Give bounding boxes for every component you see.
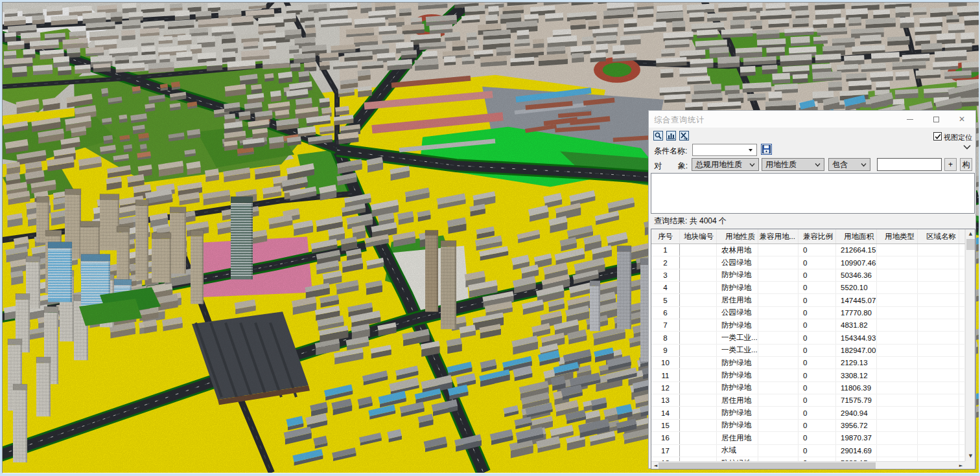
- horizontal-scroll-thumb[interactable]: [659, 462, 876, 469]
- table-cell-filler: [959, 432, 965, 444]
- table-cell: [877, 407, 918, 418]
- build-condition-button[interactable]: 构: [960, 158, 972, 171]
- add-condition-button[interactable]: +: [944, 158, 957, 171]
- table-row[interactable]: 11防护绿地03308.12: [651, 369, 965, 381]
- scroll-up-button[interactable]: ▲: [966, 229, 975, 239]
- table-cell: 0: [799, 294, 836, 306]
- table-row[interactable]: 16居住用地019870.37: [651, 432, 965, 444]
- table-cell: [680, 394, 717, 406]
- table-cell: 0: [799, 269, 836, 281]
- table-row[interactable]: 8一类工业...0154344.93: [651, 332, 965, 344]
- field-combo[interactable]: 用地性质: [762, 158, 824, 171]
- table-cell: [918, 307, 959, 319]
- table-row[interactable]: 9一类工业...0182947.00: [651, 345, 965, 357]
- table-row[interactable]: 12防护绿地011806.39: [651, 382, 965, 394]
- save-floppy-icon: [761, 144, 772, 155]
- table-cell-filler: [959, 345, 965, 356]
- vertical-scroll-thumb[interactable]: [966, 239, 975, 250]
- table-cell: [758, 369, 799, 381]
- table-row[interactable]: 14防护绿地02940.94: [651, 407, 965, 419]
- result-summary-label: 查询结果:: [654, 216, 687, 225]
- table-cell: [877, 294, 918, 306]
- column-header[interactable]: 区域名称: [918, 229, 959, 244]
- table-cell: [758, 420, 799, 431]
- table-row[interactable]: 3防护绿地050346.36: [651, 269, 965, 282]
- vertical-scrollbar[interactable]: ▲ ▼: [965, 229, 975, 461]
- table-cell-filler: [959, 269, 965, 281]
- arrow-left-icon: ◄: [654, 464, 657, 468]
- table-cell: [680, 307, 717, 319]
- dropdown-arrow-icon: [749, 149, 752, 152]
- column-header[interactable]: 兼容比例: [799, 229, 836, 244]
- excel-export-button[interactable]: [679, 131, 689, 141]
- condition-name-combo[interactable]: [692, 144, 757, 156]
- table-cell: [918, 282, 959, 293]
- table-row[interactable]: 4防护绿地05520.10: [651, 282, 965, 294]
- panel-titlebar[interactable]: 综合查询统计 ✕: [649, 111, 975, 128]
- table-cell: 109907.46: [836, 256, 877, 268]
- table-cell: [877, 394, 918, 406]
- table-cell: [918, 369, 959, 381]
- column-header[interactable]: 用地面积: [836, 229, 877, 244]
- table-cell: 5: [651, 294, 680, 306]
- table-cell: 居住用地: [717, 432, 758, 444]
- column-header[interactable]: 序号: [651, 229, 680, 244]
- table-cell: 10: [651, 357, 680, 368]
- table-row[interactable]: 5居住用地0147445.07: [651, 294, 965, 306]
- close-button[interactable]: ✕: [949, 111, 975, 128]
- table-row[interactable]: 2公园绿地0109907.46: [651, 256, 965, 269]
- table-cell: 0: [799, 357, 836, 368]
- condition-list-box[interactable]: [651, 173, 975, 214]
- table-cell: 公园绿地: [717, 307, 758, 319]
- table-cell: 154344.93: [836, 332, 877, 343]
- table-cell: [918, 407, 959, 418]
- table-cell: [877, 307, 918, 319]
- column-header[interactable]: 用地类型: [877, 229, 918, 244]
- table-cell: [918, 256, 959, 268]
- view-locate-label[interactable]: 视图定位: [944, 133, 972, 142]
- table-cell: [680, 332, 717, 343]
- operator-combo[interactable]: 包含: [828, 158, 870, 171]
- table-cell: [877, 256, 918, 268]
- column-header[interactable]: 兼容用地...: [758, 229, 799, 244]
- column-header[interactable]: 地块编号: [680, 229, 717, 244]
- scroll-right-button[interactable]: ►: [957, 462, 965, 470]
- table-row[interactable]: 17水域029014.69: [651, 445, 965, 457]
- query-search-button[interactable]: [653, 131, 663, 141]
- save-condition-button[interactable]: [761, 144, 772, 155]
- results-table: 序号地块编号用地性质兼容用地...兼容比例用地面积用地类型区域名称1农林用地02…: [651, 229, 975, 470]
- table-cell: 16: [651, 432, 680, 444]
- column-header[interactable]: 用地性质: [717, 229, 758, 244]
- minimize-button[interactable]: [897, 111, 923, 128]
- table-cell: 19870.37: [836, 432, 877, 444]
- view-locate-checkbox[interactable]: [933, 132, 942, 141]
- table-row[interactable]: 6公园绿地017770.80: [651, 307, 965, 319]
- table-row[interactable]: 13居住用地071575.79: [651, 394, 965, 407]
- result-count: 共 4004 个: [690, 216, 727, 225]
- table-row[interactable]: 1农林用地0212664.15: [651, 244, 965, 256]
- table-cell: 17770.80: [836, 307, 877, 319]
- table-cell: 防护绿地: [717, 269, 758, 281]
- horizontal-scrollbar[interactable]: ◄ ►: [651, 461, 965, 469]
- condition-value-input[interactable]: [877, 158, 942, 171]
- excel-export-icon: [681, 132, 688, 140]
- category-combo[interactable]: 总规用地性质: [692, 158, 759, 171]
- scroll-down-button[interactable]: ▼: [966, 451, 975, 461]
- table-cell: [918, 420, 959, 431]
- table-cell: [918, 445, 959, 457]
- collapse-panel-button[interactable]: [962, 143, 972, 151]
- table-cell: [758, 345, 799, 356]
- table-cell: 1: [651, 244, 680, 256]
- maximize-button[interactable]: [923, 111, 949, 128]
- table-cell: 3956.72: [836, 420, 877, 431]
- statistics-button[interactable]: [666, 131, 676, 141]
- table-cell: [877, 420, 918, 431]
- field-combo-value: 用地性质: [765, 160, 797, 169]
- table-cell: 182947.00: [836, 345, 877, 356]
- table-row[interactable]: 10防护绿地02129.13: [651, 357, 965, 369]
- table-row[interactable]: 7防护绿地04831.82: [651, 319, 965, 332]
- table-cell: 0: [799, 432, 836, 444]
- table-row[interactable]: 15防护绿地03956.72: [651, 420, 965, 432]
- table-cell-filler: [959, 282, 965, 293]
- table-cell: [877, 369, 918, 381]
